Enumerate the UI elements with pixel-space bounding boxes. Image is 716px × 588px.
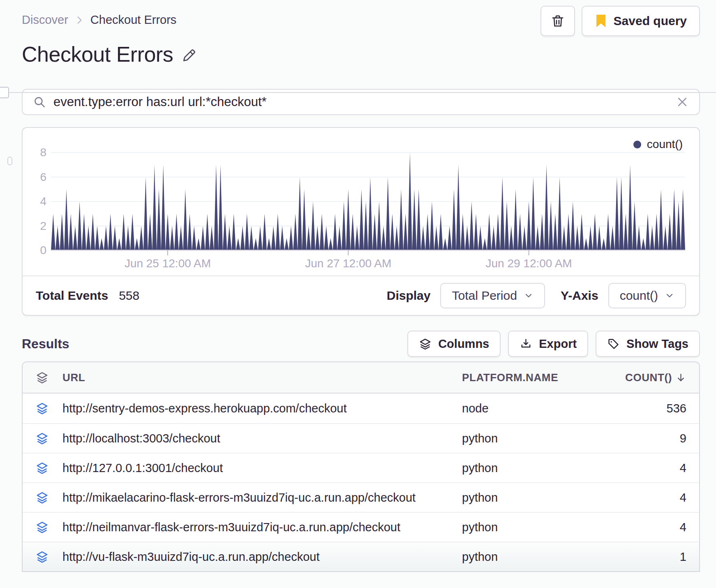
count-cell: 1 <box>621 550 686 564</box>
display-select[interactable]: Total Period <box>440 283 545 308</box>
page-title: Checkout Errors <box>22 41 173 67</box>
edit-title-pencil-icon[interactable] <box>181 45 197 63</box>
header-divider <box>0 92 716 93</box>
breadcrumb: Discover Checkout Errors <box>22 6 176 27</box>
platform-cell: python <box>462 461 621 475</box>
top-actions: Saved query <box>540 6 700 36</box>
yaxis-label: Y-Axis <box>561 289 598 303</box>
side-drag-handle[interactable] <box>7 157 12 165</box>
export-label: Export <box>539 337 577 351</box>
table-row: http://neilmanvar-flask-errors-m3uuizd7i… <box>23 512 699 542</box>
x-axis-tick-label: Jun 25 12:00 AM <box>125 257 211 270</box>
show-tags-button[interactable]: Show Tags <box>596 331 700 357</box>
x-axis-tick-label: Jun 27 12:00 AM <box>305 257 391 270</box>
url-cell: http://neilmanvar-flask-errors-m3uuizd7i… <box>62 521 462 534</box>
stack-icon[interactable] <box>36 371 62 384</box>
total-events-value: 558 <box>119 289 139 303</box>
sort-desc-arrow-icon <box>675 372 686 383</box>
row-stack-icon[interactable] <box>36 521 62 534</box>
chart-plot-area[interactable] <box>51 148 685 250</box>
results-table-header: URL PLATFORM.NAME COUNT() <box>23 362 699 394</box>
yaxis-value: count() <box>620 289 658 303</box>
download-icon <box>520 338 532 350</box>
platform-cell: node <box>462 402 621 415</box>
table-row: http://mikaelacarino-flask-errors-m3uuiz… <box>23 482 699 512</box>
table-row: http://sentry-demos-express.herokuapp.co… <box>23 394 699 423</box>
results-header-row: Results Columns Export Show Tags <box>0 316 716 357</box>
trash-icon <box>550 14 565 28</box>
count-cell: 536 <box>621 402 686 415</box>
chart-x-axis: Jun 25 12:00 AMJun 27 12:00 AMJun 29 12:… <box>51 257 685 271</box>
total-events-label: Total Events <box>36 289 108 303</box>
count-cell: 9 <box>621 432 686 445</box>
sidebar-collapse-handle[interactable] <box>0 87 9 98</box>
y-axis-tick-label: 8 <box>40 146 46 159</box>
chevron-down-icon <box>665 291 674 301</box>
columns-label: Columns <box>438 337 489 351</box>
saved-query-button[interactable]: Saved query <box>582 6 700 36</box>
platform-cell: python <box>462 432 621 445</box>
platform-cell: python <box>462 521 621 534</box>
clear-search-icon[interactable] <box>676 96 688 108</box>
chart-panel: count() 02468 Jun 25 12:00 AMJun 27 12:0… <box>22 127 700 316</box>
results-table-body: http://sentry-demos-express.herokuapp.co… <box>23 394 699 571</box>
chart-controls: Display Total Period Y-Axis count() <box>381 283 686 308</box>
y-axis-tick-label: 6 <box>40 171 46 184</box>
row-stack-icon[interactable] <box>36 491 62 504</box>
breadcrumb-discover-link[interactable]: Discover <box>22 13 68 27</box>
row-stack-icon[interactable] <box>36 462 62 475</box>
results-heading: Results <box>22 336 69 352</box>
url-cell: http://127.0.0.1:3001/checkout <box>62 461 462 475</box>
stack-icon <box>419 338 432 350</box>
legend-series-dot <box>633 141 641 148</box>
yaxis-select[interactable]: count() <box>608 283 686 308</box>
table-row: http://localhost:3003/checkout python 9 <box>23 423 699 453</box>
chart-panel-footer: Total Events 558 Display Total Period Y-… <box>23 275 699 315</box>
url-cell: http://mikaelacarino-flask-errors-m3uuiz… <box>62 491 462 505</box>
results-table: URL PLATFORM.NAME COUNT() http://sentry-… <box>22 361 700 572</box>
platform-cell: python <box>462 550 621 564</box>
x-axis-tick-label: Jun 29 12:00 AM <box>486 257 572 270</box>
y-axis-tick-label: 2 <box>40 220 46 233</box>
top-bar: Discover Checkout Errors Saved query <box>0 0 716 36</box>
column-header-platform[interactable]: PLATFORM.NAME <box>462 371 621 384</box>
export-button[interactable]: Export <box>508 331 588 357</box>
breadcrumb-current: Checkout Errors <box>90 13 177 27</box>
column-header-url[interactable]: URL <box>62 371 462 384</box>
count-cell: 4 <box>621 521 686 534</box>
columns-button[interactable]: Columns <box>407 331 501 357</box>
column-header-count[interactable]: COUNT() <box>621 371 686 384</box>
spike-chart <box>51 148 685 250</box>
count-cell: 4 <box>621 461 686 475</box>
count-cell: 4 <box>621 491 686 505</box>
total-events: Total Events 558 <box>36 289 139 303</box>
bookmark-icon <box>595 14 607 28</box>
chart-y-axis: 02468 <box>23 148 46 250</box>
search-input[interactable] <box>53 95 669 109</box>
platform-cell: python <box>462 491 621 505</box>
title-row: Checkout Errors <box>0 36 716 63</box>
tag-icon <box>607 338 620 350</box>
show-tags-label: Show Tags <box>626 337 688 351</box>
table-row: http://vu-flask-m3uuizd7iq-uc.a.run.app/… <box>23 542 699 571</box>
display-label: Display <box>387 289 431 303</box>
display-value: Total Period <box>452 289 517 303</box>
y-axis-tick-label: 0 <box>40 244 46 257</box>
delete-query-button[interactable] <box>540 6 575 36</box>
chevron-down-icon <box>524 291 534 301</box>
url-cell: http://localhost:3003/checkout <box>62 432 462 445</box>
count-column-label: COUNT() <box>625 371 672 384</box>
search-icon <box>33 96 46 109</box>
results-actions: Columns Export Show Tags <box>407 331 700 357</box>
url-cell: http://vu-flask-m3uuizd7iq-uc.a.run.app/… <box>62 550 462 564</box>
saved-query-label: Saved query <box>614 14 687 28</box>
y-axis-tick-label: 4 <box>40 195 46 208</box>
chevron-right-icon <box>74 15 85 25</box>
table-row: http://127.0.0.1:3001/checkout python 4 <box>23 453 699 482</box>
row-stack-icon[interactable] <box>36 432 62 445</box>
discover-saved-query-page: Discover Checkout Errors Saved query <box>0 0 716 588</box>
row-stack-icon[interactable] <box>36 551 62 563</box>
url-cell: http://sentry-demos-express.herokuapp.co… <box>62 402 462 415</box>
row-stack-icon[interactable] <box>36 402 62 415</box>
